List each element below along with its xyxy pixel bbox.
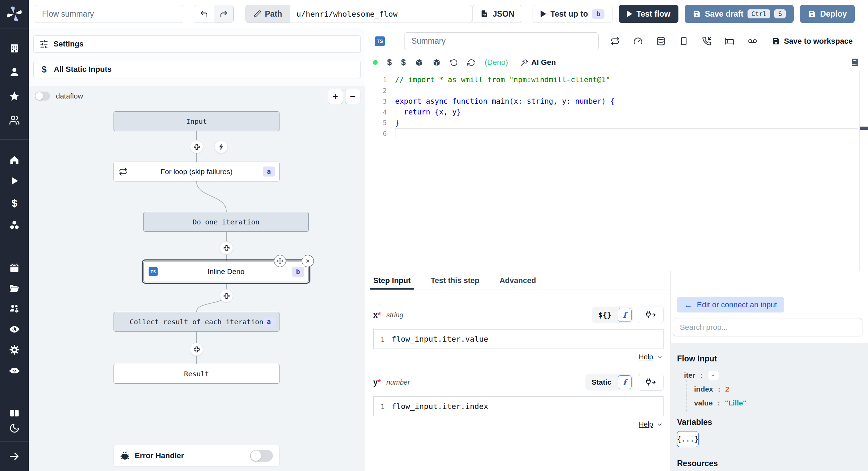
runtime-label[interactable]: (Deno) [485,58,508,67]
users-icon[interactable] [9,115,20,126]
plug-arrow-icon [644,310,657,319]
step-tabs: Step Input Test this step Advanced [365,271,670,290]
mode-javascript-option[interactable]: f [618,308,632,322]
voicemail-icon[interactable] [748,36,757,46]
users-gear-icon[interactable] [9,303,20,314]
bed-icon[interactable] [725,36,734,46]
mode-static-option[interactable]: Static [587,378,616,386]
tab-step-input[interactable]: Step Input [373,271,411,290]
windmill-logo-icon[interactable] [6,6,23,22]
error-handler-toggle[interactable] [250,450,273,462]
deploy-button[interactable]: Deploy [800,5,855,23]
json-button[interactable]: JSON [472,5,523,23]
boxes-icon[interactable] [9,220,20,231]
mode-javascript-option[interactable]: f [618,375,632,389]
typescript-badge: TS [149,267,158,276]
tab-test-this-step[interactable]: Test this step [431,271,479,290]
mode-template-option[interactable]: ${} [593,311,616,319]
buildings-icon[interactable] [9,43,20,54]
connect-input-button[interactable] [638,374,663,391]
undo-button[interactable] [194,5,214,23]
summary-input[interactable] [404,32,599,50]
settings-gear-icon[interactable] [9,344,20,355]
node-collect-result[interactable]: Collect result of each iteration a [114,312,279,332]
repeat-icon[interactable] [610,36,620,46]
all-static-inputs-row[interactable]: $ All Static Inputs [33,61,361,78]
add-step-button[interactable] [220,241,233,255]
flow-graph-canvas[interactable]: dataflow + − Input For loop (skip failur… [29,86,365,471]
connect-input-button[interactable] [638,307,663,323]
expr-input-x[interactable]: 1 flow_input.iter.value [373,329,663,349]
add-step-button[interactable] [190,140,203,153]
redo-button[interactable] [214,5,233,23]
flow-summary-input[interactable] [35,5,183,23]
save-draft-label: Save draft [705,9,743,19]
home-icon[interactable] [9,155,20,165]
eye-icon[interactable] [9,324,20,335]
gauge-icon[interactable] [633,36,643,46]
expr-input-y[interactable]: 1 flow_input.iter.index [373,396,663,416]
code-editor[interactable]: 1// import * as wmill from "npm:windmill… [365,71,868,271]
add-step-button[interactable] [190,343,203,356]
collapse-arrow-icon[interactable] [9,451,20,462]
code-line[interactable]: 4 return {x, y} [365,107,868,118]
delete-step-button[interactable] [302,255,314,267]
prop-row[interactable]: value:"Lille" [686,396,868,410]
calendar-icon[interactable] [9,263,20,273]
flow-settings-row[interactable]: Settings [33,35,361,53]
prop-row[interactable]: index:2 [686,382,868,396]
code-line[interactable]: 6 [365,128,868,139]
robot-icon[interactable] [9,365,20,376]
edit-or-connect-button[interactable]: ← Edit or connect an input [677,297,784,312]
search-prop-input[interactable] [673,318,862,336]
rotate-ccw-icon[interactable] [450,59,458,67]
node-forloop[interactable]: For loop (skip failures) a [114,162,279,181]
books-icon[interactable] [9,408,20,419]
node-result[interactable]: Result [114,364,279,384]
play-icon[interactable] [9,175,20,186]
error-handler-row[interactable]: Error Handler [114,445,279,466]
help-link-x[interactable]: Help [639,353,663,361]
package-icon[interactable] [415,59,423,67]
moon-icon[interactable] [9,423,20,434]
code-line[interactable]: 3export async function main(x: string, y… [365,96,868,107]
tab-advanced[interactable]: Advanced [500,271,536,290]
code-line[interactable]: 1// import * as wmill from "npm:windmill… [365,75,868,85]
folder-open-icon[interactable] [9,283,20,294]
package-icon[interactable] [433,59,441,67]
save-draft-button[interactable]: Save draft Ctrl S [685,5,794,23]
add-step-button[interactable] [220,289,233,302]
path-chip[interactable]: Path [245,5,290,23]
code-line[interactable]: 2 [365,85,868,96]
node-input[interactable]: Input [114,111,279,131]
node-inline-deno[interactable]: TS Inline Deno b [143,261,309,282]
refresh-icon[interactable] [467,59,475,67]
resources-title: Resources [677,459,868,468]
zoom-in-button[interactable]: + [328,89,343,104]
dollar-icon[interactable]: $ [9,198,20,208]
dollar-icon[interactable]: $ [401,58,406,67]
test-up-to-button[interactable]: Test up to b [533,5,612,23]
test-flow-button[interactable]: Test flow [619,5,678,23]
dataflow-toggle[interactable] [35,92,50,101]
prop-row[interactable]: iter:- [677,368,868,382]
book-icon[interactable] [850,58,859,67]
step-id-badge: a [263,166,275,177]
variables-expand-button[interactable]: {...} [677,431,699,447]
phone-incoming-icon[interactable] [702,36,711,46]
move-step-handle[interactable] [274,255,286,267]
database-icon[interactable] [656,36,666,46]
tablet-icon[interactable] [679,36,688,46]
ai-gen-button[interactable]: AI Gen [520,58,556,67]
add-trigger-button[interactable] [215,140,228,153]
save-to-workspace-button[interactable]: Save to workspace [772,37,853,46]
code-line[interactable]: 5} [365,118,868,128]
star-icon[interactable] [9,91,20,102]
node-do-one-iteration[interactable]: Do one iteration [143,212,309,232]
user-icon[interactable] [9,67,20,77]
zoom-out-button[interactable]: − [345,89,360,104]
dollar-icon[interactable]: $ [387,58,392,67]
path-input[interactable] [290,5,472,23]
variables-title: Variables [677,418,868,427]
help-link-y[interactable]: Help [639,420,663,428]
